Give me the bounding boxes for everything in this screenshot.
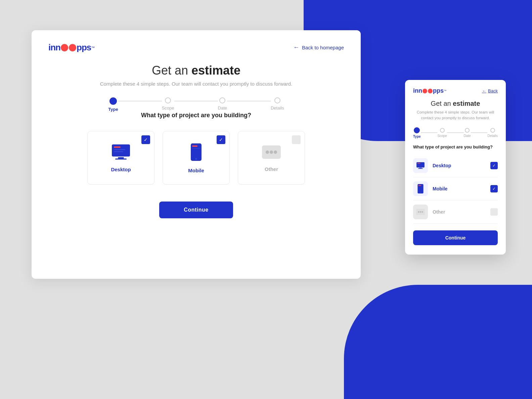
svg-point-12: [270, 150, 273, 154]
mobile-icon: [190, 143, 202, 163]
mobile-step-scope: Scope: [437, 128, 447, 138]
step-label-scope: Scope: [162, 105, 174, 110]
svg-point-24: [422, 211, 423, 213]
step-label-details: Details: [271, 105, 284, 110]
svg-point-22: [418, 211, 419, 213]
mobile-option-mobile[interactable]: Mobile ✓: [413, 177, 498, 201]
mobile-step-line-3: [471, 132, 488, 133]
mobile-step-circle-type: [414, 127, 420, 133]
mobile-logo-o2: [428, 89, 433, 93]
continue-button[interactable]: Continue: [159, 202, 233, 218]
mobile-check-desktop: ✓: [490, 162, 498, 169]
back-to-homepage-link[interactable]: ← Back to homepage: [293, 44, 344, 51]
step-details: Details: [271, 97, 284, 110]
mobile-continue-button[interactable]: Continue: [413, 230, 498, 245]
option-desktop[interactable]: ✓ Desktop: [87, 131, 154, 185]
svg-rect-9: [192, 148, 200, 149]
mobile-back-link[interactable]: ← Back: [482, 88, 498, 93]
svg-rect-15: [417, 163, 420, 164]
step-line-2: [174, 101, 218, 101]
mobile-option-other[interactable]: Other: [413, 201, 498, 224]
mobile-desktop-label: Desktop: [433, 163, 490, 168]
step-date: Date: [218, 97, 227, 110]
logo-tm: ™: [91, 46, 94, 50]
check-other: [292, 135, 301, 144]
mobile-stepper: Type Scope Date Details: [413, 127, 498, 138]
step-label-date: Date: [218, 105, 227, 110]
mobile-step-label-date: Date: [464, 134, 471, 138]
mobile-option-desktop[interactable]: Desktop ✓: [413, 154, 498, 177]
main-card: inn pps ™ ← Back to homepage Get an esti…: [32, 30, 361, 279]
mobile-logo-pps: pps: [433, 87, 444, 94]
svg-rect-7: [192, 145, 197, 147]
check-desktop: ✓: [141, 135, 150, 144]
main-stepper: Type Scope Date Details: [48, 97, 344, 112]
main-header: inn pps ™ ← Back to homepage: [48, 42, 344, 53]
svg-point-8: [195, 158, 197, 160]
step-circle-date: [219, 97, 225, 103]
mobile-step-label-details: Details: [487, 134, 498, 138]
step-type: Type: [108, 97, 118, 112]
main-logo: inn pps ™: [48, 42, 94, 53]
mobile-label: Mobile: [188, 168, 204, 173]
mobile-step-label-scope: Scope: [437, 134, 447, 138]
back-arrow-icon: ←: [293, 44, 299, 51]
mobile-logo: inn pps ™: [413, 87, 446, 94]
mobile-subtitle: Complete these 4 simple steps. Our team …: [413, 109, 498, 121]
bg-shape-bottom: [344, 285, 532, 399]
svg-rect-2: [114, 149, 125, 150]
mobile-step-date: Date: [464, 128, 471, 138]
svg-rect-4: [118, 157, 124, 159]
mobile-mobile-icon: [413, 181, 428, 196]
mobile-logo-tm: ™: [444, 89, 446, 92]
step-label-type: Type: [108, 107, 118, 112]
svg-point-11: [266, 150, 269, 154]
logo-text-pps: pps: [77, 42, 91, 53]
mobile-other-label: Other: [433, 209, 490, 215]
mobile-other-icon: [413, 205, 428, 219]
mobile-project-question: What type of project are you building?: [413, 144, 498, 149]
option-other[interactable]: Other: [238, 131, 305, 185]
svg-rect-1: [114, 146, 121, 148]
desktop-label: Desktop: [111, 167, 131, 172]
mobile-step-details: Details: [487, 128, 498, 138]
mobile-card: inn pps ™ ← Back Get an estimate Complet…: [405, 80, 506, 255]
mobile-mobile-label: Mobile: [433, 186, 490, 191]
mobile-step-line-2: [447, 132, 464, 133]
svg-rect-17: [418, 168, 423, 169]
option-mobile[interactable]: ✓ Mobile: [163, 131, 230, 185]
mobile-back-arrow-icon: ←: [482, 88, 486, 93]
svg-point-20: [420, 192, 421, 193]
mobile-step-circle-date: [465, 128, 470, 133]
main-subtitle: Complete these 4 simple steps. Our team …: [48, 81, 344, 87]
svg-rect-0: [112, 144, 130, 157]
mobile-step-circle-scope: [440, 128, 445, 133]
step-line-3: [227, 101, 271, 101]
mobile-step-line-1: [421, 132, 438, 133]
mobile-step-type: Type: [413, 127, 421, 138]
back-to-homepage-label: Back to homepage: [302, 45, 344, 50]
mobile-step-circle-details: [490, 128, 495, 133]
desktop-icon: [110, 144, 131, 162]
other-icon: [261, 144, 282, 162]
main-title: Get an estimate: [48, 63, 344, 78]
logo-circle-1: [61, 44, 68, 51]
mobile-desktop-icon: [413, 158, 428, 173]
project-type-grid: ✓ Desktop ✓: [48, 131, 344, 185]
step-circle-scope: [165, 97, 171, 103]
svg-rect-16: [419, 168, 422, 168]
mobile-back-label: Back: [488, 88, 498, 93]
svg-rect-5: [115, 159, 127, 160]
logo-text-inn: inn: [48, 42, 60, 53]
svg-rect-19: [418, 185, 422, 186]
mobile-logo-o1: [423, 89, 427, 93]
mobile-check-mobile: ✓: [490, 185, 498, 192]
mobile-step-label-type: Type: [413, 135, 421, 138]
check-mobile: ✓: [217, 135, 225, 144]
svg-point-13: [274, 150, 277, 154]
other-label: Other: [265, 166, 278, 172]
project-question: What type of project are you building?: [48, 112, 344, 119]
mobile-logo-inn: inn: [413, 87, 422, 94]
step-circle-type: [109, 97, 117, 105]
step-circle-details: [274, 97, 280, 103]
